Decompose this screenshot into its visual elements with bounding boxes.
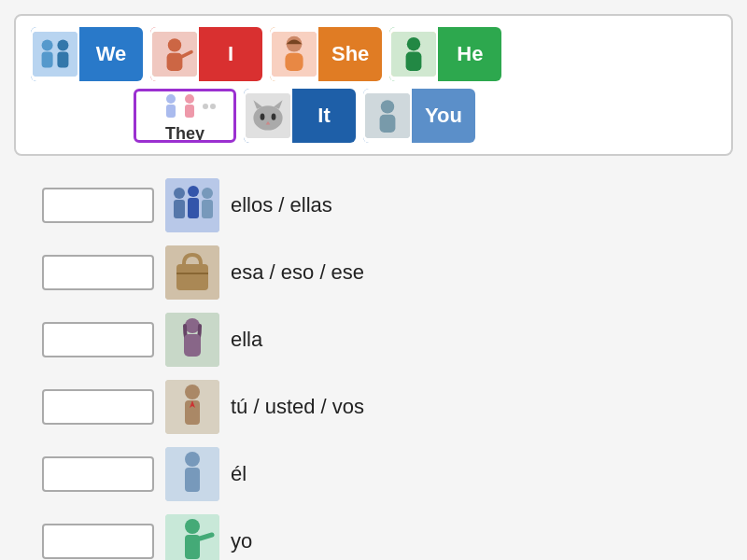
match-text-el: él (231, 462, 247, 486)
match-list: ellos / ellas esa / eso / ese (14, 178, 733, 560)
svg-rect-4 (57, 52, 68, 68)
svg-point-20 (203, 104, 208, 109)
he-icon (391, 32, 436, 77)
svg-point-46 (185, 385, 200, 399)
match-row-ellos: ellos / ellas (42, 178, 733, 232)
match-img-ella (165, 313, 219, 367)
svg-rect-11 (285, 53, 303, 71)
svg-point-37 (202, 188, 213, 199)
svg-rect-51 (185, 468, 200, 492)
match-img-ellos (165, 178, 219, 232)
match-input-el[interactable] (42, 456, 154, 492)
pronoun-btn-he[interactable]: He (389, 27, 501, 81)
pronoun-row-2: They (31, 89, 716, 143)
you-image (363, 89, 412, 143)
pronoun-btn-you[interactable]: You (363, 89, 475, 143)
we-icon (33, 32, 78, 77)
i-label: I (199, 27, 262, 81)
svg-rect-34 (174, 200, 185, 218)
match-row-eso: esa / eso / ese (42, 245, 733, 300)
svg-point-27 (272, 114, 276, 120)
svg-rect-38 (202, 200, 213, 218)
match-text-tu: tú / usted / vos (231, 395, 364, 419)
svg-point-21 (210, 104, 216, 109)
svg-point-43 (185, 318, 200, 333)
svg-rect-0 (33, 32, 78, 77)
match-input-ella[interactable] (42, 322, 154, 357)
svg-point-50 (185, 452, 200, 467)
svg-point-1 (42, 39, 53, 50)
svg-point-26 (261, 114, 265, 120)
match-img-tu (165, 380, 219, 434)
svg-point-13 (407, 37, 420, 50)
svg-rect-36 (188, 198, 199, 218)
svg-rect-14 (406, 52, 422, 71)
you-label: You (412, 89, 475, 143)
it-image (244, 89, 292, 143)
match-row-el: él (42, 447, 733, 501)
pronouns-area: We I (14, 14, 733, 156)
svg-rect-31 (380, 115, 396, 133)
he-label: He (438, 27, 501, 81)
he-image (389, 27, 438, 81)
you-icon (365, 93, 410, 138)
pronoun-btn-it[interactable]: It (244, 89, 356, 143)
pronoun-btn-we[interactable]: We (31, 27, 143, 81)
match-img-yo (165, 514, 219, 560)
svg-rect-2 (42, 52, 53, 68)
it-icon (246, 93, 290, 138)
it-label: It (292, 89, 356, 143)
svg-point-16 (166, 94, 176, 104)
svg-point-30 (381, 100, 394, 113)
match-input-ellos[interactable] (42, 188, 154, 223)
svg-rect-17 (166, 105, 176, 118)
svg-rect-7 (167, 53, 183, 71)
match-row-yo: yo (42, 514, 733, 560)
svg-point-23 (253, 105, 282, 130)
pronoun-btn-i[interactable]: I (150, 27, 262, 81)
pronoun-btn-she[interactable]: She (270, 27, 382, 81)
pronoun-btn-they[interactable]: They (134, 89, 236, 143)
svg-rect-40 (176, 264, 208, 290)
svg-point-33 (174, 188, 185, 199)
she-icon (272, 32, 317, 77)
pronoun-row-1: We I (31, 27, 716, 81)
svg-point-3 (57, 39, 68, 50)
she-label: She (318, 27, 382, 81)
match-text-ellos: ellos / ellas (231, 193, 332, 217)
we-label: We (79, 27, 143, 81)
match-img-el (165, 447, 219, 501)
match-text-ella: ella (231, 328, 262, 352)
i-image (150, 27, 199, 81)
svg-rect-44 (184, 334, 201, 357)
we-image (31, 27, 79, 81)
match-input-eso[interactable] (42, 255, 154, 290)
match-input-tu[interactable] (42, 389, 154, 425)
match-row-ella: ella (42, 313, 733, 367)
match-input-yo[interactable] (42, 524, 154, 559)
match-row-tu: tú / usted / vos (42, 380, 733, 434)
svg-rect-19 (185, 105, 194, 118)
svg-point-6 (168, 38, 181, 51)
svg-point-53 (185, 519, 200, 534)
match-img-eso (165, 245, 219, 300)
they-image (148, 89, 222, 124)
she-image (270, 27, 318, 81)
match-text-eso: esa / eso / ese (231, 260, 364, 285)
they-label: They (165, 124, 204, 144)
svg-point-35 (188, 186, 199, 197)
match-text-yo: yo (231, 529, 252, 553)
svg-point-18 (185, 94, 194, 104)
i-icon (152, 32, 197, 77)
